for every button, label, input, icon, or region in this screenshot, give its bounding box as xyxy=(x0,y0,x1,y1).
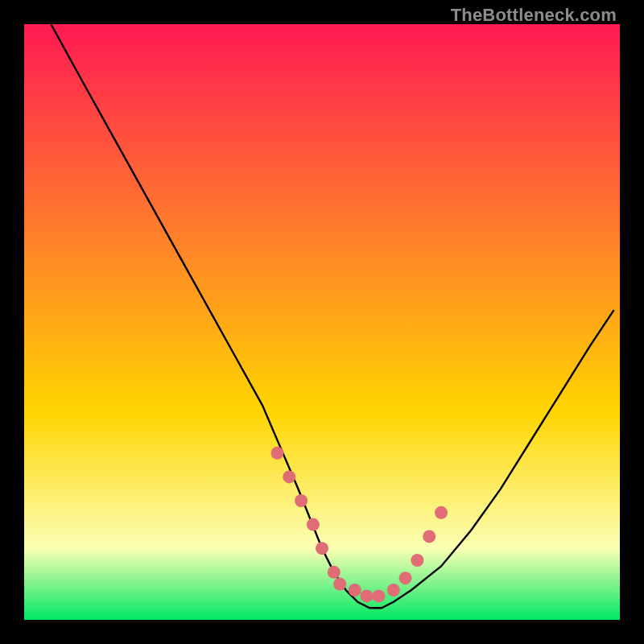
marker-point xyxy=(399,572,412,584)
marker-point xyxy=(361,589,374,602)
chart-frame xyxy=(24,24,620,620)
gradient-background xyxy=(24,24,620,620)
marker-point xyxy=(435,506,448,519)
marker-point xyxy=(283,470,295,483)
marker-point xyxy=(411,554,423,567)
marker-point xyxy=(372,589,385,602)
marker-point xyxy=(349,584,361,597)
marker-point xyxy=(333,578,346,591)
marker-point xyxy=(328,566,341,579)
marker-point xyxy=(295,494,308,507)
marker-point xyxy=(307,518,320,531)
watermark-text: TheBottleneck.com xyxy=(451,5,617,26)
bottleneck-chart xyxy=(24,24,620,620)
marker-point xyxy=(423,530,436,543)
marker-point xyxy=(387,584,400,597)
marker-point xyxy=(316,542,328,555)
marker-point xyxy=(271,447,284,460)
